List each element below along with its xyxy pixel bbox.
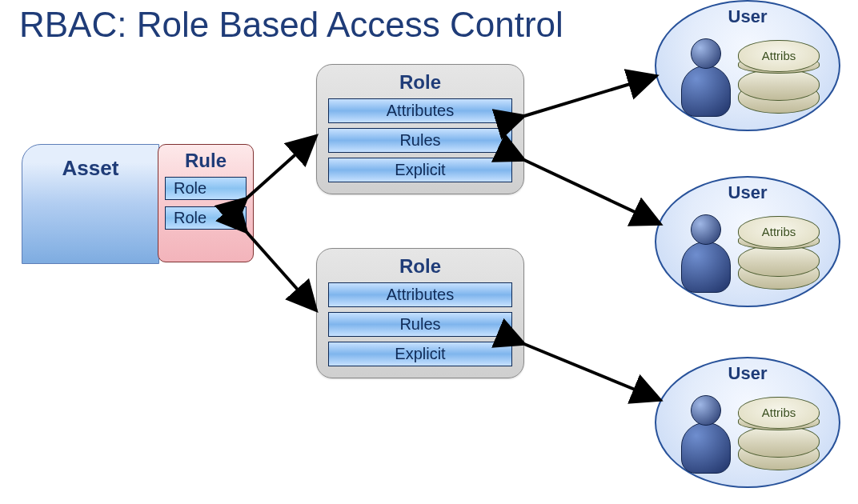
role-item: Rules	[328, 312, 512, 337]
attribs-cylinder: Attribs	[738, 397, 818, 470]
user-icon	[677, 392, 733, 472]
user-node: User Attribs	[655, 0, 840, 131]
user-label: User	[656, 363, 839, 384]
role-box: Role Attributes Rules Explicit	[316, 248, 524, 378]
asset-label: Asset	[22, 156, 158, 181]
role-item: Explicit	[328, 342, 512, 366]
role-box: Role Attributes Rules Explicit	[316, 64, 524, 194]
role-box-title: Role	[328, 255, 512, 278]
user-node: User Attribs	[655, 176, 840, 307]
user-icon	[677, 35, 733, 115]
svg-line-3	[524, 160, 660, 224]
role-item: Attributes	[328, 98, 512, 123]
rule-box: Rule Role Role	[158, 144, 254, 262]
svg-line-4	[524, 344, 660, 400]
role-item: Rules	[328, 128, 512, 153]
svg-line-0	[247, 136, 316, 198]
attribs-label: Attribs	[738, 216, 820, 248]
user-label: User	[656, 6, 839, 27]
rule-label: Rule	[165, 150, 247, 172]
attribs-cylinder: Attribs	[738, 216, 818, 290]
user-label: User	[656, 182, 839, 203]
role-item: Explicit	[328, 158, 512, 182]
asset-box: Asset	[22, 144, 159, 264]
svg-line-1	[247, 232, 316, 310]
user-icon	[677, 211, 733, 291]
diagram-title: RBAC: Role Based Access Control	[19, 5, 563, 45]
rule-role-chip: Role	[165, 206, 247, 230]
role-box-title: Role	[328, 71, 512, 94]
user-node: User Attribs	[655, 357, 840, 488]
attribs-cylinder: Attribs	[738, 40, 818, 114]
svg-line-2	[524, 76, 656, 116]
role-item: Attributes	[328, 282, 512, 307]
attribs-label: Attribs	[738, 397, 820, 429]
rule-role-chip: Role	[165, 177, 247, 200]
attribs-label: Attribs	[738, 40, 820, 72]
